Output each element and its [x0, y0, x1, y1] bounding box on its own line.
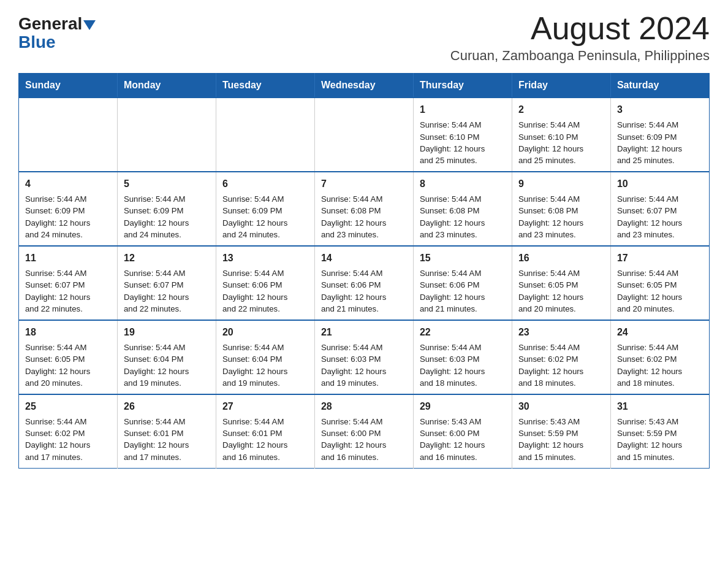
day-info: Sunrise: 5:44 AM Sunset: 6:07 PM Dayligh… [617, 193, 703, 240]
calendar-cell: 11Sunrise: 5:44 AM Sunset: 6:07 PM Dayli… [19, 246, 118, 320]
day-number: 3 [617, 103, 703, 117]
calendar-cell: 14Sunrise: 5:44 AM Sunset: 6:06 PM Dayli… [314, 246, 413, 320]
calendar-header-tuesday: Tuesday [216, 74, 314, 98]
calendar-cell: 2Sunrise: 5:44 AM Sunset: 6:10 PM Daylig… [512, 98, 610, 172]
calendar-cell: 26Sunrise: 5:44 AM Sunset: 6:01 PM Dayli… [117, 394, 216, 468]
day-info: Sunrise: 5:44 AM Sunset: 6:09 PM Dayligh… [124, 193, 210, 240]
day-info: Sunrise: 5:44 AM Sunset: 6:05 PM Dayligh… [518, 267, 604, 315]
calendar-cell: 20Sunrise: 5:44 AM Sunset: 6:04 PM Dayli… [216, 320, 314, 394]
day-info: Sunrise: 5:44 AM Sunset: 6:00 PM Dayligh… [321, 416, 407, 463]
calendar-cell: 8Sunrise: 5:44 AM Sunset: 6:08 PM Daylig… [413, 172, 512, 246]
calendar-cell: 3Sunrise: 5:44 AM Sunset: 6:09 PM Daylig… [610, 98, 709, 172]
day-number: 10 [617, 177, 703, 191]
calendar-cell [216, 98, 314, 172]
calendar-cell: 27Sunrise: 5:44 AM Sunset: 6:01 PM Dayli… [216, 394, 314, 468]
calendar-cell: 6Sunrise: 5:44 AM Sunset: 6:09 PM Daylig… [216, 172, 314, 246]
day-info: Sunrise: 5:44 AM Sunset: 6:05 PM Dayligh… [617, 267, 703, 315]
day-number: 1 [420, 103, 506, 117]
day-info: Sunrise: 5:44 AM Sunset: 6:10 PM Dayligh… [420, 119, 506, 166]
calendar-week-row: 4Sunrise: 5:44 AM Sunset: 6:09 PM Daylig… [19, 172, 710, 246]
day-info: Sunrise: 5:44 AM Sunset: 6:09 PM Dayligh… [222, 193, 308, 240]
calendar-cell: 25Sunrise: 5:44 AM Sunset: 6:02 PM Dayli… [19, 394, 118, 468]
day-number: 7 [321, 177, 407, 191]
day-number: 5 [124, 177, 210, 191]
day-number: 23 [518, 326, 604, 339]
day-info: Sunrise: 5:44 AM Sunset: 6:08 PM Dayligh… [518, 193, 604, 240]
day-info: Sunrise: 5:44 AM Sunset: 6:06 PM Dayligh… [321, 267, 407, 315]
day-info: Sunrise: 5:44 AM Sunset: 6:01 PM Dayligh… [222, 416, 308, 463]
calendar-header-thursday: Thursday [413, 74, 512, 98]
day-info: Sunrise: 5:44 AM Sunset: 6:08 PM Dayligh… [321, 193, 407, 240]
day-number: 17 [617, 251, 703, 265]
location-title: Curuan, Zamboanga Peninsula, Philippines [450, 48, 710, 64]
day-info: Sunrise: 5:44 AM Sunset: 6:09 PM Dayligh… [617, 119, 703, 166]
calendar-cell: 5Sunrise: 5:44 AM Sunset: 6:09 PM Daylig… [117, 172, 216, 246]
page-header: General Blue August 2024 Curuan, Zamboan… [18, 12, 710, 64]
day-number: 2 [518, 103, 604, 117]
calendar-header-friday: Friday [512, 74, 610, 98]
day-number: 21 [321, 326, 407, 339]
day-info: Sunrise: 5:44 AM Sunset: 6:09 PM Dayligh… [25, 193, 111, 240]
calendar-cell: 13Sunrise: 5:44 AM Sunset: 6:06 PM Dayli… [216, 246, 314, 320]
calendar-cell: 10Sunrise: 5:44 AM Sunset: 6:07 PM Dayli… [610, 172, 709, 246]
day-info: Sunrise: 5:44 AM Sunset: 6:08 PM Dayligh… [420, 193, 506, 240]
day-info: Sunrise: 5:44 AM Sunset: 6:03 PM Dayligh… [420, 342, 506, 389]
calendar-cell: 4Sunrise: 5:44 AM Sunset: 6:09 PM Daylig… [19, 172, 118, 246]
day-number: 24 [617, 326, 703, 339]
day-number: 14 [321, 251, 407, 265]
calendar-cell [117, 98, 216, 172]
calendar-week-row: 25Sunrise: 5:44 AM Sunset: 6:02 PM Dayli… [19, 394, 710, 468]
calendar-cell: 15Sunrise: 5:44 AM Sunset: 6:06 PM Dayli… [413, 246, 512, 320]
title-block: August 2024 Curuan, Zamboanga Peninsula,… [450, 12, 710, 64]
calendar-cell: 1Sunrise: 5:44 AM Sunset: 6:10 PM Daylig… [413, 98, 512, 172]
day-number: 13 [222, 251, 308, 265]
day-info: Sunrise: 5:43 AM Sunset: 5:59 PM Dayligh… [617, 416, 703, 463]
calendar-table: SundayMondayTuesdayWednesdayThursdayFrid… [18, 73, 710, 469]
day-info: Sunrise: 5:44 AM Sunset: 6:04 PM Dayligh… [124, 342, 210, 389]
day-info: Sunrise: 5:43 AM Sunset: 6:00 PM Dayligh… [420, 416, 506, 463]
calendar-cell: 29Sunrise: 5:43 AM Sunset: 6:00 PM Dayli… [413, 394, 512, 468]
logo: General Blue [18, 12, 96, 52]
day-number: 20 [222, 326, 308, 339]
day-info: Sunrise: 5:44 AM Sunset: 6:05 PM Dayligh… [25, 342, 111, 389]
day-number: 16 [518, 251, 604, 265]
day-info: Sunrise: 5:44 AM Sunset: 6:03 PM Dayligh… [321, 342, 407, 389]
calendar-week-row: 18Sunrise: 5:44 AM Sunset: 6:05 PM Dayli… [19, 320, 710, 394]
logo-triangle-icon [83, 20, 96, 30]
day-number: 4 [25, 177, 111, 191]
day-number: 28 [321, 400, 407, 413]
calendar-cell: 30Sunrise: 5:43 AM Sunset: 5:59 PM Dayli… [512, 394, 610, 468]
calendar-cell: 7Sunrise: 5:44 AM Sunset: 6:08 PM Daylig… [314, 172, 413, 246]
calendar-cell: 24Sunrise: 5:44 AM Sunset: 6:02 PM Dayli… [610, 320, 709, 394]
day-number: 19 [124, 326, 210, 339]
day-info: Sunrise: 5:44 AM Sunset: 6:02 PM Dayligh… [617, 342, 703, 389]
calendar-header-monday: Monday [117, 74, 216, 98]
calendar-header-sunday: Sunday [19, 74, 118, 98]
calendar-header-wednesday: Wednesday [314, 74, 413, 98]
day-info: Sunrise: 5:44 AM Sunset: 6:06 PM Dayligh… [420, 267, 506, 315]
day-number: 8 [420, 177, 506, 191]
day-number: 31 [617, 400, 703, 413]
calendar-cell: 18Sunrise: 5:44 AM Sunset: 6:05 PM Dayli… [19, 320, 118, 394]
day-number: 25 [25, 400, 111, 413]
day-number: 6 [222, 177, 308, 191]
calendar-week-row: 1Sunrise: 5:44 AM Sunset: 6:10 PM Daylig… [19, 98, 710, 172]
day-info: Sunrise: 5:43 AM Sunset: 5:59 PM Dayligh… [518, 416, 604, 463]
calendar-header-saturday: Saturday [610, 74, 709, 98]
day-info: Sunrise: 5:44 AM Sunset: 6:07 PM Dayligh… [25, 267, 111, 315]
calendar-cell: 9Sunrise: 5:44 AM Sunset: 6:08 PM Daylig… [512, 172, 610, 246]
month-title: August 2024 [450, 12, 710, 44]
day-number: 12 [124, 251, 210, 265]
calendar-cell: 31Sunrise: 5:43 AM Sunset: 5:59 PM Dayli… [610, 394, 709, 468]
logo-general-text: General [18, 15, 82, 33]
day-info: Sunrise: 5:44 AM Sunset: 6:02 PM Dayligh… [25, 416, 111, 463]
day-number: 22 [420, 326, 506, 339]
calendar-cell: 28Sunrise: 5:44 AM Sunset: 6:00 PM Dayli… [314, 394, 413, 468]
calendar-cell: 17Sunrise: 5:44 AM Sunset: 6:05 PM Dayli… [610, 246, 709, 320]
day-info: Sunrise: 5:44 AM Sunset: 6:07 PM Dayligh… [124, 267, 210, 315]
calendar-cell: 12Sunrise: 5:44 AM Sunset: 6:07 PM Dayli… [117, 246, 216, 320]
calendar-cell: 16Sunrise: 5:44 AM Sunset: 6:05 PM Dayli… [512, 246, 610, 320]
day-number: 26 [124, 400, 210, 413]
calendar-cell: 23Sunrise: 5:44 AM Sunset: 6:02 PM Dayli… [512, 320, 610, 394]
day-number: 15 [420, 251, 506, 265]
